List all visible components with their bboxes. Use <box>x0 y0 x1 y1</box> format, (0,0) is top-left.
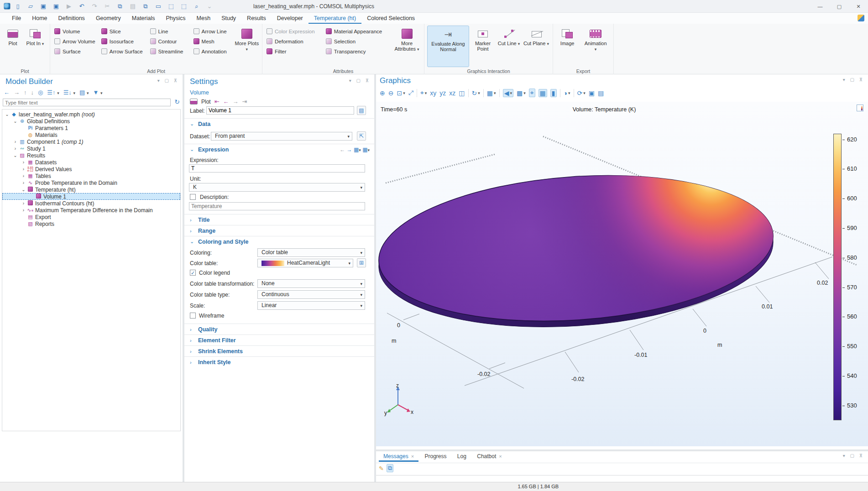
tab-physics[interactable]: Physics <box>160 14 191 24</box>
color-table-transformation-select[interactable]: None▾ <box>257 279 365 288</box>
mb-collapse-all-icon[interactable]: ☰↑ ▾ <box>47 89 59 96</box>
slice-button[interactable]: Slice <box>100 26 147 36</box>
graphics-panel-controls[interactable]: ▾ ▢ ⊼ <box>843 77 864 82</box>
label-input[interactable] <box>206 106 354 115</box>
evaluate-along-normal-button[interactable]: ⇥ Evaluate Along Normal <box>427 26 469 67</box>
zoom-extents-icon[interactable]: ⤢ <box>408 89 413 97</box>
mb-back-icon[interactable]: ← <box>4 89 10 96</box>
marker-point-button[interactable]: Marker Point <box>471 26 495 67</box>
tree-item-datasets[interactable]: › ▦ Datasets <box>2 159 180 166</box>
tree-item-probe-temperature[interactable]: › ∿ Probe Temperature in the Domain <box>2 179 180 186</box>
mb-forward-icon[interactable]: → <box>14 89 20 96</box>
tree-item-export[interactable]: ▤ Export <box>2 214 180 220</box>
tree-filter-input[interactable] <box>3 99 171 106</box>
section-element-filter[interactable]: › Element Filter <box>184 334 374 345</box>
mb-move-down-icon[interactable]: ↓ <box>31 89 34 96</box>
close-icon[interactable]: × <box>411 454 414 459</box>
color-table-select[interactable]: HeatCameraLight▾ <box>257 259 353 267</box>
plot-in-button[interactable]: Plot In ▾ <box>25 26 46 67</box>
view-xy-icon[interactable]: xy <box>430 89 436 97</box>
mesh-button[interactable]: Mesh <box>192 37 233 46</box>
view-yz-icon[interactable]: yz <box>439 89 446 97</box>
selection-button[interactable]: Selection <box>324 37 391 46</box>
deselect-box-icon[interactable]: ⬚ <box>178 1 189 11</box>
cut-icon[interactable]: ✂ <box>102 1 113 11</box>
tab-temperature-ht[interactable]: Temperature (ht) <box>309 14 361 24</box>
expander-icon[interactable]: › <box>21 160 26 165</box>
settings-panel-controls[interactable]: ▾ ▢ ⊼ <box>349 78 371 83</box>
isosurface-button[interactable]: Isosurface <box>100 37 147 46</box>
save-as-icon[interactable]: ▣ <box>51 1 62 11</box>
tab-progress[interactable]: Progress <box>420 451 451 462</box>
deformation-button[interactable]: Deformation <box>265 37 323 46</box>
tree-item-isothermal-contours[interactable]: › Isothermal Contours (ht) <box>2 200 180 207</box>
maximize-button[interactable]: ▢ <box>830 0 849 13</box>
expander-icon[interactable]: ⌄ <box>21 187 26 192</box>
more-attributes-button[interactable]: More Attributes ▾ <box>392 26 421 67</box>
show-axes-icon[interactable]: ⌖ <box>529 89 535 97</box>
new-file-icon[interactable]: ▯ <box>12 1 23 11</box>
next-solution-icon[interactable]: → <box>233 98 239 105</box>
section-expression[interactable]: ⌄ Expression ← → ▦▾ ▦▾ <box>184 144 374 155</box>
tree-item-tables[interactable]: › ▦ Tables <box>2 172 180 179</box>
expander-icon[interactable]: › <box>12 139 18 144</box>
snapshot-icon[interactable]: ▣ <box>589 89 595 97</box>
close-icon[interactable]: × <box>499 454 502 459</box>
tree-item-results[interactable]: ⌄ ▨ Results <box>2 152 180 159</box>
plot-scene[interactable]: Time=60 s Volume: Temperature (K) <box>376 102 868 446</box>
quick-access-chevron-icon[interactable]: ⌄ <box>204 1 215 11</box>
expander-icon[interactable]: › <box>21 167 26 172</box>
description-input[interactable] <box>189 202 365 210</box>
section-data[interactable]: ⌄ Data <box>184 118 374 129</box>
mb-model-tree-nodes-icon[interactable]: ▤ ▾ <box>79 89 89 96</box>
previous-solution-icon[interactable]: ← <box>223 98 229 105</box>
add-color-table-icon[interactable]: ⊞ <box>357 258 366 267</box>
refresh-icon[interactable]: ↻ <box>174 98 180 105</box>
color-theme-icon[interactable]: ◑▾ <box>564 89 570 97</box>
expression-input[interactable] <box>189 164 365 172</box>
tree-item-materials[interactable]: ◍ Materials <box>2 131 180 138</box>
line-button[interactable]: Line <box>149 26 190 36</box>
volume-button[interactable]: Volume <box>53 26 98 36</box>
minimize-button[interactable]: — <box>810 0 830 13</box>
color-legend-checkbox[interactable]: ✓ <box>190 270 196 276</box>
cut-line-button[interactable]: Cut Line ▾ <box>497 26 521 67</box>
section-shrink-elements[interactable]: › Shrink Elements <box>184 345 374 356</box>
tree-item-temperature-ht[interactable]: ⌄ Temperature (ht) <box>2 186 180 193</box>
section-range[interactable]: › Range <box>184 225 374 236</box>
view-xz-icon[interactable]: xz <box>449 89 455 97</box>
model-builder-panel-controls[interactable]: ▾ ▢ ⊼ <box>157 78 179 83</box>
contour-button[interactable]: Contour <box>149 37 190 46</box>
rotate-icon[interactable]: ↻▾ <box>472 89 480 97</box>
print-icon[interactable]: ▤ <box>598 89 604 97</box>
expander-icon[interactable]: › <box>21 173 26 178</box>
close-button[interactable]: ✕ <box>849 0 868 13</box>
tree-item-study-1[interactable]: › ∾ Study 1 <box>2 145 180 152</box>
tree-item-root[interactable]: ⌄ ◆ laser_heating_wafer.mph(root) <box>2 111 180 118</box>
mb-show-icon[interactable]: ◎ <box>38 89 43 96</box>
update-icon[interactable]: ⟳▾ <box>577 89 586 97</box>
projection-icon[interactable]: ◫ <box>459 89 465 97</box>
unit-select[interactable]: K▾ <box>189 183 365 192</box>
coloring-select[interactable]: Color table▾ <box>257 248 365 257</box>
save-icon[interactable]: ▣ <box>38 1 49 11</box>
find-icon[interactable]: ⌕ <box>191 1 202 11</box>
tree-item-component-1[interactable]: › ▥ Component 1(comp 1) <box>2 138 180 145</box>
help-icon[interactable] <box>858 15 864 21</box>
tab-definitions[interactable]: Definitions <box>53 14 90 24</box>
tree-item-volume-1[interactable]: Volume 1 <box>2 193 180 200</box>
arrow-surface-button[interactable]: Arrow Surface <box>100 47 147 56</box>
scale-select[interactable]: Linear▾ <box>257 301 365 310</box>
zoom-box-icon[interactable]: ⊡▾ <box>397 89 405 97</box>
wireframe-checkbox[interactable] <box>190 313 196 319</box>
arrow-line-button[interactable]: Arrow Line <box>192 26 233 36</box>
copy-messages-icon[interactable]: ⧉ <box>387 464 393 472</box>
material-appearance-button[interactable]: Material Appearance <box>324 26 391 36</box>
mb-move-up-icon[interactable]: ↑ <box>24 89 27 96</box>
section-quality[interactable]: › Quality <box>184 324 374 334</box>
tab-developer[interactable]: Developer <box>272 14 309 24</box>
tab-mesh[interactable]: Mesh <box>191 14 216 24</box>
zoom-in-icon[interactable]: ⊕ <box>380 89 385 97</box>
transparency-view-icon[interactable]: ▩▾ <box>517 89 526 97</box>
expander-icon[interactable]: › <box>12 146 18 151</box>
